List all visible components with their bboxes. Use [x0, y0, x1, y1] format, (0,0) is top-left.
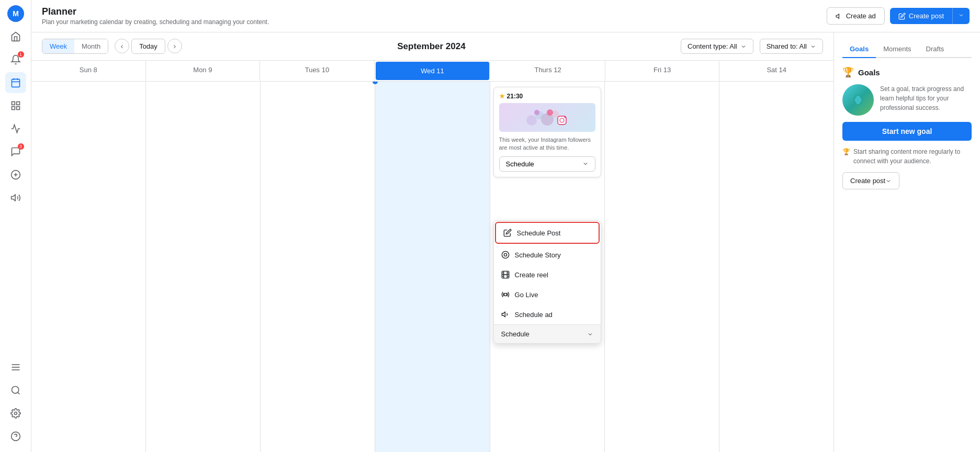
day-header-fri: Fri 13 [605, 61, 720, 81]
svg-point-41 [504, 293, 506, 296]
svg-point-22 [526, 115, 537, 126]
sidebar-item-search[interactable] [5, 380, 26, 401]
calendar-area: Week Month ‹ Today › September 2024 Cont… [31, 32, 980, 452]
insight-text: This week, your Instagram followers are … [499, 136, 595, 152]
svg-point-26 [547, 109, 553, 116]
tab-drafts[interactable]: Drafts [919, 41, 952, 58]
calendar-col-sun[interactable] [31, 82, 146, 452]
calendar-col-wed[interactable] [375, 82, 490, 452]
chevron-down-icon [885, 178, 892, 184]
svg-rect-8 [16, 107, 19, 110]
goals-visual [842, 84, 874, 116]
trophy-icon: 🏆 [842, 66, 854, 78]
tab-goals[interactable]: Goals [842, 41, 876, 58]
sidebar-item-help[interactable] [5, 426, 26, 447]
svg-point-31 [502, 251, 509, 258]
day-header-wed: Wed 11 [376, 62, 490, 80]
shared-to-filter[interactable]: Shared to: All [760, 39, 823, 54]
goals-section: 🏆 Goals Set a goal, track progress and l… [842, 66, 972, 189]
insight-visual [499, 103, 595, 132]
svg-point-32 [504, 253, 506, 256]
sidebar-item-grid[interactable] [5, 95, 26, 116]
edit-icon [898, 13, 906, 20]
goals-desc: Set a goal, track progress and learn hel… [880, 84, 972, 116]
create-post-button[interactable]: Create post [890, 8, 952, 24]
sidebar-item-ads[interactable] [5, 187, 26, 208]
calendar-col-thurs[interactable]: ★ 21:30 [490, 82, 605, 452]
start-new-goal-button[interactable]: Start new goal [842, 122, 972, 141]
create-post-group: Create post [890, 8, 970, 24]
sidebar-item-planner[interactable] [5, 72, 26, 93]
dropdown-bottom-schedule-button[interactable]: Schedule [494, 324, 601, 343]
app-title: Planner [42, 6, 269, 17]
panel-tabs: Goals Moments Drafts [842, 41, 972, 58]
post-icon [503, 229, 512, 237]
insight-card: ★ 21:30 [493, 87, 601, 177]
dropdown-item-schedule-story[interactable]: Schedule Story [494, 245, 601, 265]
chevron-down-icon [810, 43, 816, 50]
calendar-toolbar: Week Month ‹ Today › September 2024 Cont… [31, 32, 833, 61]
app-subtitle: Plan your marketing calendar by creating… [42, 18, 269, 26]
story-icon [501, 251, 510, 259]
insight-time: ★ 21:30 [499, 93, 595, 100]
dropdown-item-create-reel[interactable]: Create reel [494, 265, 601, 285]
day-header-thurs: Thurs 12 [491, 61, 605, 81]
view-toggle: Week Month [42, 39, 108, 54]
sidebar-item-monetization[interactable] [5, 164, 26, 185]
chevron-down-icon [740, 43, 747, 50]
insight-schedule-button[interactable]: Schedule [499, 156, 595, 172]
right-panel: Goals Moments Drafts 🏆 Goals Set [833, 32, 980, 452]
topbar: Planner Plan your marketing calendar by … [31, 0, 980, 32]
sidebar-item-analytics[interactable] [5, 118, 26, 139]
goals-info-row: Set a goal, track progress and learn hel… [842, 84, 972, 116]
create-post-caret-button[interactable] [952, 8, 970, 24]
day-header-sun: Sun 8 [31, 61, 146, 81]
svg-line-18 [17, 392, 19, 394]
main-content: Planner Plan your marketing calendar by … [31, 0, 980, 452]
sidebar-item-settings[interactable] [5, 403, 26, 424]
tab-moments[interactable]: Moments [876, 41, 918, 58]
svg-rect-2 [12, 79, 19, 87]
calendar-col-sat[interactable] [719, 82, 833, 452]
svg-rect-9 [12, 107, 15, 110]
calendar-col-tues[interactable] [261, 82, 375, 452]
month-view-button[interactable]: Month [74, 39, 108, 53]
svg-marker-13 [11, 195, 15, 201]
sidebar-item-home[interactable] [5, 26, 26, 47]
day-header-mon: Mon 9 [146, 61, 261, 81]
calendar-body: ★ 21:30 [31, 82, 833, 452]
dropdown-item-go-live[interactable]: Go Live [494, 285, 601, 304]
calendar-title: September 2024 [188, 41, 674, 52]
dropdown-item-schedule-post[interactable]: Schedule Post [495, 222, 600, 244]
notification-badge: 1 [18, 51, 24, 58]
content-type-filter[interactable]: Content type: All [681, 39, 753, 54]
svg-point-17 [12, 387, 18, 393]
dropdown-item-schedule-ad[interactable]: Schedule ad [494, 304, 601, 324]
sidebar-item-inbox[interactable]: 3 [5, 141, 26, 162]
reel-icon [501, 270, 510, 279]
goals-header: 🏆 Goals [842, 66, 972, 78]
day-header-sat: Sat 14 [719, 61, 833, 81]
panel-create-post-button[interactable]: Create post [842, 172, 899, 189]
sidebar-item-menu[interactable] [5, 357, 26, 378]
svg-marker-21 [836, 14, 839, 18]
sidebar-item-notifications[interactable]: 1 [5, 49, 26, 70]
next-button[interactable]: › [167, 39, 182, 53]
create-ad-button[interactable]: Create ad [827, 7, 885, 25]
avatar[interactable]: M [7, 5, 24, 22]
svg-point-30 [564, 116, 566, 118]
sidebar: M 1 3 [0, 0, 31, 452]
calendar-col-fri[interactable] [605, 82, 719, 452]
today-button[interactable]: Today [131, 39, 165, 54]
sharing-icon: 🏆 [842, 147, 850, 166]
prev-button[interactable]: ‹ [115, 39, 129, 53]
calendar-col-mon[interactable] [146, 82, 261, 452]
calendar-main: Week Month ‹ Today › September 2024 Cont… [31, 32, 833, 452]
svg-marker-42 [502, 312, 505, 317]
sharing-hint: 🏆 Start sharing content more regularly t… [842, 147, 972, 166]
insight-illustration [521, 105, 573, 131]
week-view-button[interactable]: Week [42, 39, 74, 53]
topbar-actions: Create ad Create post [827, 7, 970, 25]
calendar-grid: Sun 8 Mon 9 Tues 10 Wed 11 Thurs 12 Fri … [31, 61, 833, 452]
today-indicator [373, 82, 378, 84]
